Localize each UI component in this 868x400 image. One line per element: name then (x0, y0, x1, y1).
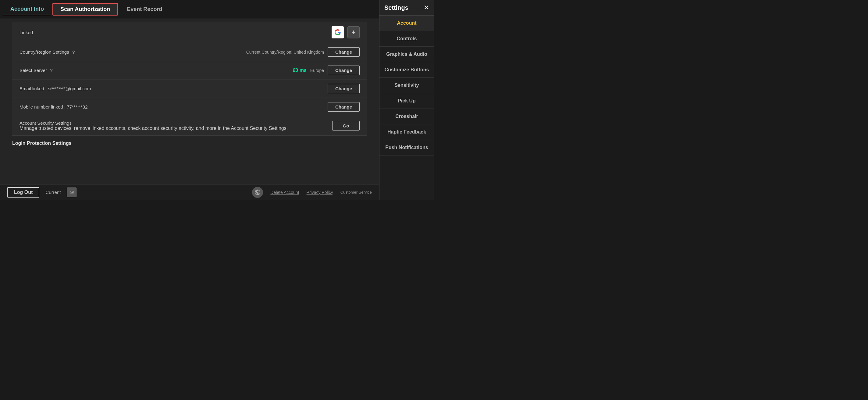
right-sidebar: Settings ✕ AccountControlsGraphics & Aud… (379, 0, 434, 200)
customer-service-icon (252, 187, 263, 198)
delete-account-link[interactable]: Delete Account (270, 190, 299, 195)
security-right: Go (332, 121, 360, 130)
content-panel: Linked + (0, 19, 379, 184)
mobile-right: Change (328, 102, 360, 112)
server-label-group: Select Server ? (20, 68, 53, 73)
tab-scan-authorization[interactable]: Scan Authorization (53, 3, 118, 16)
top-section: Linked + (0, 19, 379, 149)
sidebar-item-pick-up[interactable]: Pick Up (379, 93, 434, 109)
sidebar-item-graphics-audio[interactable]: Graphics & Audio (379, 47, 434, 62)
linked-label: Linked (20, 30, 33, 35)
server-right: 60 ms Europe Change (292, 66, 360, 75)
close-icon[interactable]: ✕ (424, 4, 429, 11)
security-label: Account Security Settings (20, 120, 288, 126)
server-label: Select Server (20, 68, 47, 73)
security-row: Account Security Settings Manage trusted… (12, 116, 367, 135)
country-right: Current Country/Region: United Kingdom C… (246, 47, 360, 57)
customer-service-area (252, 187, 263, 198)
tab-event-record[interactable]: Event Record (119, 3, 170, 15)
server-ping: 60 ms (292, 68, 306, 73)
country-label: Country/Region Settings (20, 50, 69, 55)
add-linked-icon[interactable]: + (347, 26, 360, 38)
mobile-label: Mobile number linked : 77******32 (20, 104, 88, 110)
security-go-button[interactable]: Go (332, 121, 360, 130)
server-help-icon[interactable]: ? (50, 68, 53, 73)
customer-service-label[interactable]: Customer Service (340, 190, 372, 194)
country-help-icon[interactable]: ? (72, 50, 75, 55)
country-change-button[interactable]: Change (328, 47, 360, 57)
linked-right: + (332, 26, 360, 38)
bottom-right-links: Delete Account Privacy Policy Customer S… (252, 187, 372, 198)
bottom-bar: Log Out Current ✉ Delete Account Privacy… (0, 184, 379, 200)
logout-button[interactable]: Log Out (7, 187, 39, 197)
current-email-icon[interactable]: ✉ (67, 187, 76, 197)
sidebar-item-push-notifications[interactable]: Push Notifications (379, 140, 434, 155)
sidebar-item-controls[interactable]: Controls (379, 31, 434, 47)
tab-account-info[interactable]: Account Info (3, 3, 51, 15)
email-label: Email linked : si********@gmail.com (20, 86, 91, 91)
security-label-group: Account Security Settings Manage trusted… (20, 120, 288, 131)
sidebar-item-account[interactable]: Account (379, 16, 434, 31)
sidebar-item-customize-buttons[interactable]: Customize Buttons (379, 62, 434, 78)
server-change-button[interactable]: Change (328, 66, 360, 75)
security-sub-text: Manage trusted devices, remove linked ac… (20, 126, 288, 131)
sidebar-item-crosshair[interactable]: Crosshair (379, 109, 434, 124)
country-value: Current Country/Region: United Kingdom (246, 50, 324, 55)
tab-bar: Account Info Scan Authorization Event Re… (0, 0, 379, 19)
main-content: Account Info Scan Authorization Event Re… (0, 0, 379, 200)
email-change-button[interactable]: Change (328, 84, 360, 93)
settings-header: Settings ✕ (379, 0, 434, 16)
sidebar-nav: AccountControlsGraphics & AudioCustomize… (379, 16, 434, 200)
country-region-row: Country/Region Settings ? Current Countr… (12, 43, 367, 61)
email-right: Change (328, 84, 360, 93)
settings-title: Settings (384, 4, 408, 11)
login-protection-title: Login Protection Settings (0, 136, 379, 149)
linked-row: Linked + (12, 22, 367, 43)
mobile-change-button[interactable]: Change (328, 102, 360, 112)
server-row: Select Server ? 60 ms Europe Change (12, 61, 367, 80)
current-label: Current (45, 190, 61, 195)
country-label-group: Country/Region Settings ? (20, 50, 75, 55)
google-icon[interactable] (332, 26, 344, 38)
settings-section: Linked + (12, 22, 367, 135)
email-row: Email linked : si********@gmail.com Chan… (12, 80, 367, 98)
privacy-policy-link[interactable]: Privacy Policy (307, 190, 333, 195)
mobile-row: Mobile number linked : 77******32 Change (12, 98, 367, 116)
sidebar-item-haptic-feedback[interactable]: Haptic Feedback (379, 124, 434, 140)
sidebar-item-sensitivity[interactable]: Sensitivity (379, 78, 434, 93)
server-region: Europe (310, 68, 324, 73)
